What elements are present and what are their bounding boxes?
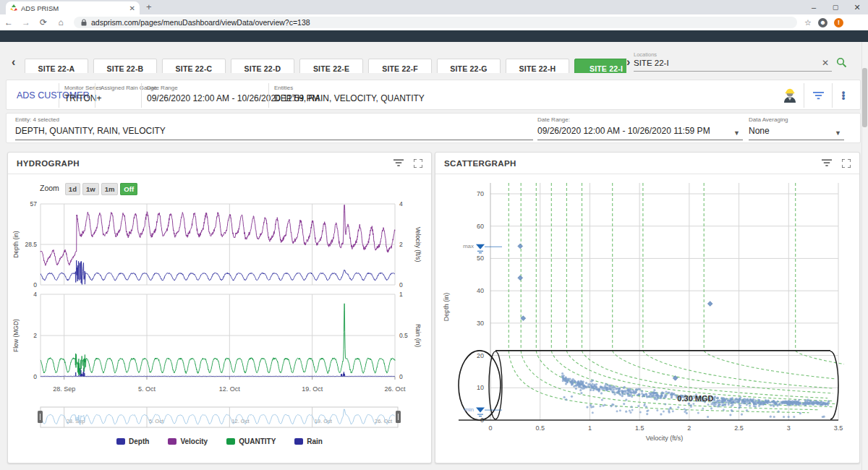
scattergraph-filter-icon[interactable] bbox=[822, 159, 832, 167]
sites-prev-chevron-icon[interactable]: ‹ bbox=[12, 55, 15, 69]
site-tab-site-22-d[interactable]: SITE 22-D bbox=[231, 59, 294, 73]
site-tab-site-22-f[interactable]: SITE 22-F bbox=[368, 59, 432, 73]
svg-text:Velocity (ft/s): Velocity (ft/s) bbox=[414, 227, 422, 262]
site-tab-site-22-h[interactable]: SITE 22-H bbox=[506, 59, 569, 73]
filters-row: Entity: 4 selectedDEPTH, QUANTITY, RAIN,… bbox=[6, 113, 861, 143]
site-tabs: SITE 22-ASITE 22-BSITE 22-CSITE 22-DSITE… bbox=[25, 53, 626, 73]
svg-text:2: 2 bbox=[399, 241, 403, 248]
svg-text:1: 1 bbox=[588, 424, 592, 432]
locations-clear-icon[interactable]: ✕ bbox=[822, 58, 829, 68]
svg-text:57: 57 bbox=[30, 200, 38, 208]
window-maximize-button[interactable]: ▢ bbox=[825, 0, 846, 14]
filter-icon[interactable] bbox=[804, 80, 832, 111]
svg-text:0.5: 0.5 bbox=[535, 424, 545, 432]
svg-text:1: 1 bbox=[399, 291, 403, 298]
worker-icon[interactable] bbox=[776, 80, 804, 111]
svg-text:2: 2 bbox=[687, 424, 691, 432]
site-tab-site-22-b[interactable]: SITE 22-B bbox=[93, 59, 157, 73]
app-window: ADS PRISM ✕ + – ▢ ✕ ← → ⟳ ⌂ adsprism.com… bbox=[0, 0, 868, 470]
data-averaging-select[interactable]: Data AveragingNone ▼ bbox=[749, 116, 844, 136]
new-tab-button[interactable]: + bbox=[146, 1, 152, 12]
legend-item-quantity[interactable]: QUANTITY bbox=[226, 437, 276, 445]
site-tab-site-22-i[interactable]: SITE 22-I bbox=[574, 59, 626, 73]
site-tabs-row: ‹ SITE 22-ASITE 22-BSITE 22-CSITE 22-DSI… bbox=[0, 49, 861, 77]
svg-text:0.30 MGD: 0.30 MGD bbox=[677, 394, 713, 403]
site-tab-site-22-g[interactable]: SITE 22-G bbox=[437, 59, 501, 73]
bookmark-star-icon[interactable]: ☆ bbox=[804, 18, 812, 27]
svg-text:0: 0 bbox=[33, 373, 37, 380]
scattergraph-chart[interactable]: 01020304050607000.511.522.533.5Depth (in… bbox=[435, 174, 859, 459]
svg-text:0: 0 bbox=[399, 281, 403, 289]
svg-text:3.5: 3.5 bbox=[834, 424, 843, 432]
zoom-button-1d[interactable]: 1d bbox=[65, 183, 80, 195]
legend-item-rain[interactable]: Rain bbox=[294, 437, 323, 445]
scattergraph-expand-icon[interactable] bbox=[842, 159, 851, 168]
legend-item-velocity[interactable]: Velocity bbox=[168, 437, 208, 445]
site-tab-site-22-c[interactable]: SITE 22-C bbox=[162, 59, 226, 73]
date-range-select[interactable]: Date Range:09/26/2020 12:00 AM - 10/26/2… bbox=[537, 116, 743, 136]
chevron-down-icon: ▼ bbox=[733, 129, 740, 137]
legend-swatch bbox=[294, 438, 303, 445]
locations-label: Locations bbox=[634, 51, 657, 58]
svg-text:0: 0 bbox=[399, 373, 403, 380]
forward-icon[interactable]: → bbox=[17, 17, 35, 27]
url-bar[interactable]: adsprism.com/pages/menuDashboard/viewDat… bbox=[74, 17, 797, 28]
reload-icon[interactable]: ⟳ bbox=[35, 17, 52, 27]
entities-field: EntitiesDEPTH, RAIN, VELOCITY, QUANTITY bbox=[274, 85, 425, 103]
locations-underline bbox=[634, 71, 832, 72]
svg-text:30: 30 bbox=[477, 320, 484, 327]
svg-text:0: 0 bbox=[488, 424, 492, 432]
back-icon[interactable]: ← bbox=[0, 17, 17, 27]
home-icon[interactable]: ⌂ bbox=[52, 17, 69, 27]
svg-text:10: 10 bbox=[477, 384, 484, 391]
svg-text:70: 70 bbox=[477, 190, 484, 197]
profile-avatar[interactable]: ☻ bbox=[818, 18, 827, 27]
kebab-menu-icon[interactable]: ••• bbox=[833, 80, 854, 111]
hydrograph-expand-icon[interactable] bbox=[414, 159, 422, 168]
zoom-button-off[interactable]: Off bbox=[120, 183, 137, 195]
zoom-button-1w[interactable]: 1w bbox=[82, 183, 99, 195]
svg-text:4: 4 bbox=[399, 200, 403, 208]
legend-swatch bbox=[226, 438, 235, 445]
browser-toolbar: ← → ⟳ ⌂ adsprism.com/pages/menuDashboard… bbox=[0, 14, 868, 30]
monitor-series-field: Monitor SeriesTRITON+ bbox=[64, 85, 102, 103]
window-close-button[interactable]: ✕ bbox=[846, 0, 868, 14]
scattergraph-title: SCATTERGRAPH bbox=[444, 159, 822, 168]
hydrograph-chart[interactable]: 5728.5042042010.50Depth (in)Flow (MGD)Ve… bbox=[8, 196, 425, 433]
sites-next-chevron-icon[interactable]: › bbox=[626, 55, 630, 69]
window-minimize-button[interactable]: – bbox=[803, 0, 825, 14]
svg-text:40: 40 bbox=[477, 287, 484, 294]
site-tab-site-22-a[interactable]: SITE 22-A bbox=[25, 59, 88, 73]
page-scrollbar-thumb[interactable] bbox=[862, 68, 867, 127]
zoom-controls: Zoom 1d1w1mOff bbox=[40, 181, 431, 195]
zoom-button-1m[interactable]: 1m bbox=[101, 183, 119, 195]
lock-icon bbox=[81, 19, 87, 26]
tab-close-icon[interactable]: ✕ bbox=[129, 4, 135, 12]
legend-swatch bbox=[168, 438, 176, 445]
svg-text:min: min bbox=[464, 406, 474, 413]
browser-update-icon[interactable]: ! bbox=[834, 18, 843, 27]
browser-tab[interactable]: ADS PRISM ✕ bbox=[6, 1, 140, 14]
legend-label: Velocity bbox=[180, 437, 208, 445]
locations-value: SITE 22-I bbox=[634, 59, 669, 67]
entity-select[interactable]: Entity: 4 selectedDEPTH, QUANTITY, RAIN,… bbox=[15, 116, 533, 136]
legend-item-depth[interactable]: Depth bbox=[116, 437, 149, 445]
svg-text:3: 3 bbox=[787, 424, 791, 432]
site-tab-site-22-e[interactable]: SITE 22-E bbox=[299, 59, 363, 73]
legend-label: Depth bbox=[129, 437, 149, 445]
svg-text:Velocity (ft/s): Velocity (ft/s) bbox=[646, 435, 684, 442]
svg-text:Flow (MGD): Flow (MGD) bbox=[12, 319, 20, 352]
hydrograph-panel: HYDROGRAPH Zoom 1d1w1mOff 5728.504204201… bbox=[7, 152, 432, 463]
svg-text:Rain (in): Rain (in) bbox=[414, 324, 422, 347]
search-icon[interactable] bbox=[836, 57, 847, 68]
svg-text:Depth (in): Depth (in) bbox=[12, 231, 20, 257]
locations-field[interactable]: Locations SITE 22-I ✕ bbox=[634, 49, 833, 74]
page-scrollbar[interactable] bbox=[861, 42, 868, 470]
legend-swatch bbox=[116, 438, 125, 445]
svg-text:28. Sep: 28. Sep bbox=[53, 385, 75, 393]
svg-text:1.5: 1.5 bbox=[635, 424, 644, 432]
hydrograph-filter-icon[interactable] bbox=[393, 159, 404, 167]
svg-text:28.5: 28.5 bbox=[25, 241, 37, 248]
svg-text:19. Oct: 19. Oct bbox=[302, 385, 323, 393]
browser-tabstrip: ADS PRISM ✕ + – ▢ ✕ bbox=[0, 0, 868, 14]
